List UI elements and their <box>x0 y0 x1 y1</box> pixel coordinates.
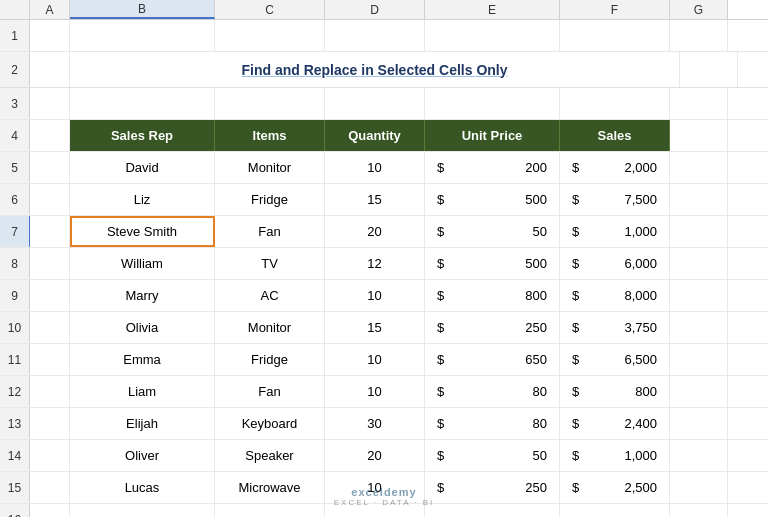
cell-quantity-9[interactable]: 10 <box>325 280 425 311</box>
cell-g3[interactable] <box>670 88 728 119</box>
cell-a4[interactable] <box>30 120 70 151</box>
cell-g16[interactable] <box>670 504 728 517</box>
cell-e16[interactable] <box>425 504 560 517</box>
cell-unit-price-14[interactable]: $ 50 <box>425 440 560 471</box>
cell-a6[interactable] <box>30 184 70 215</box>
cell-sales-rep-13[interactable]: Elijah <box>70 408 215 439</box>
cell-unit-price-13[interactable]: $ 80 <box>425 408 560 439</box>
cell-items-5[interactable]: Monitor <box>215 152 325 183</box>
cell-f3[interactable] <box>560 88 670 119</box>
cell-g9[interactable] <box>670 280 728 311</box>
cell-g7[interactable] <box>670 216 728 247</box>
cell-sales-9[interactable]: $ 8,000 <box>560 280 670 311</box>
cell-a11[interactable] <box>30 344 70 375</box>
cell-unit-price-12[interactable]: $ 80 <box>425 376 560 407</box>
cell-d3[interactable] <box>325 88 425 119</box>
col-header-d[interactable]: D <box>325 0 425 19</box>
cell-unit-price-15[interactable]: $ 250 <box>425 472 560 503</box>
cell-g1[interactable] <box>670 20 728 51</box>
cell-f1[interactable] <box>560 20 670 51</box>
cell-sales-14[interactable]: $ 1,000 <box>560 440 670 471</box>
cell-g2[interactable] <box>680 52 738 87</box>
cell-sales-13[interactable]: $ 2,400 <box>560 408 670 439</box>
cell-sales-8[interactable]: $ 6,000 <box>560 248 670 279</box>
cell-unit-price-7[interactable]: $ 50 <box>425 216 560 247</box>
cell-a12[interactable] <box>30 376 70 407</box>
cell-items-12[interactable]: Fan <box>215 376 325 407</box>
cell-quantity-11[interactable]: 10 <box>325 344 425 375</box>
cell-e3[interactable] <box>425 88 560 119</box>
cell-sales-rep-9[interactable]: Marry <box>70 280 215 311</box>
cell-quantity-7[interactable]: 20 <box>325 216 425 247</box>
cell-a1[interactable] <box>30 20 70 51</box>
cell-sales-5[interactable]: $ 2,000 <box>560 152 670 183</box>
cell-c16[interactable] <box>215 504 325 517</box>
cell-sales-rep-10[interactable]: Olivia <box>70 312 215 343</box>
cell-unit-price-6[interactable]: $ 500 <box>425 184 560 215</box>
cell-a5[interactable] <box>30 152 70 183</box>
cell-sales-rep-11[interactable]: Emma <box>70 344 215 375</box>
cell-g11[interactable] <box>670 344 728 375</box>
cell-a3[interactable] <box>30 88 70 119</box>
cell-a15[interactable] <box>30 472 70 503</box>
cell-quantity-8[interactable]: 12 <box>325 248 425 279</box>
cell-quantity-10[interactable]: 15 <box>325 312 425 343</box>
cell-a8[interactable] <box>30 248 70 279</box>
cell-sales-15[interactable]: $ 2,500 <box>560 472 670 503</box>
cell-unit-price-8[interactable]: $ 500 <box>425 248 560 279</box>
cell-g8[interactable] <box>670 248 728 279</box>
cell-b16[interactable] <box>70 504 215 517</box>
cell-quantity-6[interactable]: 15 <box>325 184 425 215</box>
cell-quantity-14[interactable]: 20 <box>325 440 425 471</box>
cell-sales-rep-12[interactable]: Liam <box>70 376 215 407</box>
cell-g15[interactable] <box>670 472 728 503</box>
cell-g14[interactable] <box>670 440 728 471</box>
cell-items-6[interactable]: Fridge <box>215 184 325 215</box>
col-header-b[interactable]: B <box>70 0 215 19</box>
cell-unit-price-9[interactable]: $ 800 <box>425 280 560 311</box>
cell-items-13[interactable]: Keyboard <box>215 408 325 439</box>
cell-sales-rep-5[interactable]: David <box>70 152 215 183</box>
cell-unit-price-5[interactable]: $ 200 <box>425 152 560 183</box>
cell-b1[interactable] <box>70 20 215 51</box>
col-header-e[interactable]: E <box>425 0 560 19</box>
cell-sales-6[interactable]: $ 7,500 <box>560 184 670 215</box>
cell-g12[interactable] <box>670 376 728 407</box>
cell-items-11[interactable]: Fridge <box>215 344 325 375</box>
cell-a9[interactable] <box>30 280 70 311</box>
cell-c3[interactable] <box>215 88 325 119</box>
cell-a10[interactable] <box>30 312 70 343</box>
cell-quantity-12[interactable]: 10 <box>325 376 425 407</box>
cell-sales-7[interactable]: $ 1,000 <box>560 216 670 247</box>
cell-g5[interactable] <box>670 152 728 183</box>
cell-a13[interactable] <box>30 408 70 439</box>
cell-g10[interactable] <box>670 312 728 343</box>
cell-items-8[interactable]: TV <box>215 248 325 279</box>
cell-d1[interactable] <box>325 20 425 51</box>
cell-e1[interactable] <box>425 20 560 51</box>
cell-f16[interactable] <box>560 504 670 517</box>
cell-a14[interactable] <box>30 440 70 471</box>
col-header-g[interactable]: G <box>670 0 728 19</box>
cell-a16[interactable] <box>30 504 70 517</box>
col-header-c[interactable]: C <box>215 0 325 19</box>
cell-sales-rep-14[interactable]: Oliver <box>70 440 215 471</box>
cell-quantity-13[interactable]: 30 <box>325 408 425 439</box>
cell-sales-rep-7[interactable]: Steve Smith <box>70 216 215 247</box>
cell-b3[interactable] <box>70 88 215 119</box>
col-header-f[interactable]: F <box>560 0 670 19</box>
cell-sales-rep-8[interactable]: William <box>70 248 215 279</box>
cell-sales-10[interactable]: $ 3,750 <box>560 312 670 343</box>
cell-items-15[interactable]: Microwave <box>215 472 325 503</box>
cell-g4[interactable] <box>670 120 728 151</box>
cell-items-9[interactable]: AC <box>215 280 325 311</box>
cell-unit-price-10[interactable]: $ 250 <box>425 312 560 343</box>
cell-g13[interactable] <box>670 408 728 439</box>
cell-items-7[interactable]: Fan <box>215 216 325 247</box>
cell-sales-11[interactable]: $ 6,500 <box>560 344 670 375</box>
cell-quantity-5[interactable]: 10 <box>325 152 425 183</box>
cell-sales-rep-6[interactable]: Liz <box>70 184 215 215</box>
cell-sales-12[interactable]: $ 800 <box>560 376 670 407</box>
cell-c1[interactable] <box>215 20 325 51</box>
cell-items-10[interactable]: Monitor <box>215 312 325 343</box>
